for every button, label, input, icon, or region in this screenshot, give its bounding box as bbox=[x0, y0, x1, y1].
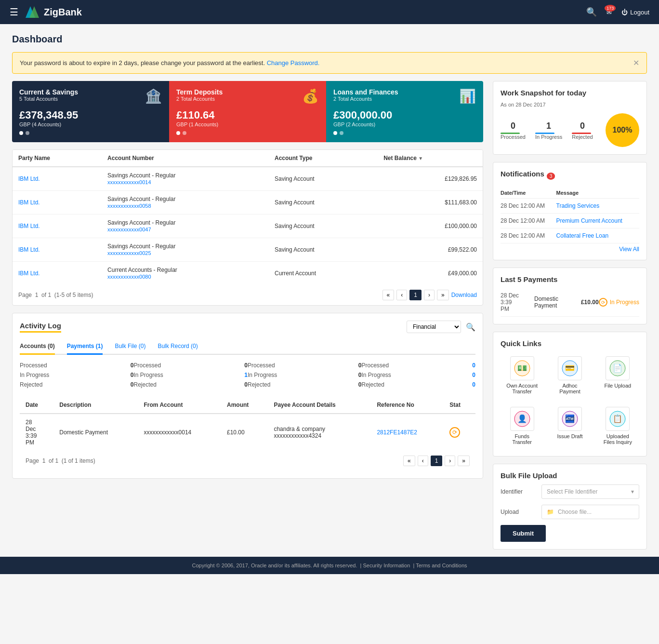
first-page-button[interactable]: « bbox=[382, 290, 395, 300]
stat-payments-rejected-value: 0 bbox=[244, 381, 248, 388]
activity-last-page[interactable]: » bbox=[458, 456, 470, 466]
term-amount: £110.64 bbox=[176, 109, 319, 121]
hamburger-menu-icon[interactable]: ☰ bbox=[10, 6, 18, 18]
accounts-table: Party Name Account Number Account Type N… bbox=[13, 150, 483, 285]
cell-party[interactable]: IBM Ltd. bbox=[13, 238, 102, 262]
tab-accounts[interactable]: Accounts (0) bbox=[20, 339, 55, 355]
cell-party[interactable]: IBM Ltd. bbox=[13, 262, 102, 285]
download-link[interactable]: Download bbox=[451, 292, 477, 298]
list-item: 28 Dec 12:00 AM Trading Services bbox=[501, 199, 639, 214]
stat-bulkfile-processed-value: 0 bbox=[358, 362, 362, 369]
view-all-notifications[interactable]: View All bbox=[501, 246, 639, 253]
savings-subtitle: 5 Total Accounts bbox=[19, 96, 78, 102]
savings-card[interactable]: Current & Savings 5 Total Accounts 🏦 £37… bbox=[12, 81, 169, 142]
notifications-section: Notifications 3 Date/Time Message 28 Dec… bbox=[493, 162, 647, 260]
quick-links-title: Quick Links bbox=[501, 339, 639, 348]
cell-reference[interactable]: 2812FE1487E2 bbox=[371, 414, 444, 451]
quick-link-uploaded-files[interactable]: 📋 Uploaded Files Inquiry bbox=[596, 403, 639, 449]
cell-party[interactable]: IBM Ltd. bbox=[13, 167, 102, 191]
table-row: IBM Ltd. Savings Account - Regularxxxxxx… bbox=[13, 238, 483, 262]
tab-bulk-record[interactable]: Bulk Record (0) bbox=[158, 339, 198, 355]
activity-search-icon[interactable]: 🔍 bbox=[466, 322, 475, 332]
notif-message[interactable]: Premium Current Account bbox=[556, 214, 639, 228]
col-payee-account: Payee Account Details bbox=[268, 397, 371, 414]
cell-balance: £100,000.00 bbox=[378, 215, 483, 238]
col-account-number: Account Number bbox=[102, 150, 269, 167]
rejected-value: 0 bbox=[572, 121, 593, 131]
alert-close-icon[interactable]: ✕ bbox=[633, 58, 639, 67]
quick-link-own-account-transfer[interactable]: 💵 Own Account Transfer bbox=[501, 352, 543, 398]
security-info-link[interactable]: Security Information bbox=[363, 563, 410, 568]
stat-payments-rejected-label: Rejected bbox=[134, 381, 157, 388]
last-page-button[interactable]: » bbox=[437, 290, 449, 300]
svg-text:🏧: 🏧 bbox=[565, 414, 575, 423]
stat-accounts-processed-label: Processed bbox=[20, 362, 47, 369]
cell-acc-num: Savings Account - Regularxxxxxxxxxxxx004… bbox=[102, 215, 269, 238]
quick-link-file-upload[interactable]: 📄 File Upload bbox=[596, 352, 639, 398]
tab-payments[interactable]: Payments (1) bbox=[67, 339, 103, 355]
quick-link-issue-draft[interactable]: 🏧 Issue Draft bbox=[548, 403, 591, 449]
cell-party[interactable]: IBM Ltd. bbox=[13, 191, 102, 215]
funds-transfer-label: Funds Transfer bbox=[504, 433, 540, 445]
change-password-link[interactable]: Change Password. bbox=[267, 59, 320, 67]
next-page-button[interactable]: › bbox=[424, 290, 435, 300]
cell-acc-type: Current Account bbox=[269, 262, 378, 285]
svg-text:📄: 📄 bbox=[613, 363, 622, 373]
cell-balance: £129,826.95 bbox=[378, 167, 483, 191]
submit-button[interactable]: Submit bbox=[501, 525, 546, 542]
notif-message[interactable]: Collateral Free Loan bbox=[556, 228, 639, 243]
cell-balance: £99,522.00 bbox=[378, 238, 483, 262]
stat-bulkfile-processed-label: Processed bbox=[248, 362, 275, 369]
svg-text:📋: 📋 bbox=[613, 414, 622, 423]
prev-page-button[interactable]: ‹ bbox=[396, 290, 407, 300]
choose-file-placeholder: Choose file... bbox=[558, 509, 592, 515]
activity-tabs: Accounts (0) Payments (1) Bulk File (0) … bbox=[20, 339, 475, 355]
financial-filter-select[interactable]: Financial Non-Financial bbox=[407, 321, 461, 333]
terms-link[interactable]: Terms and Conditions bbox=[416, 563, 467, 568]
in-progress-icon: ⟳ bbox=[599, 298, 607, 307]
file-identifier-select[interactable]: Select File Identifier ▾ bbox=[541, 484, 639, 499]
search-icon[interactable]: 🔍 bbox=[586, 7, 597, 17]
rejected-label: Rejected bbox=[572, 134, 593, 140]
file-chooser[interactable]: 📁 Choose file... bbox=[541, 505, 639, 519]
issue-draft-icon: 🏧 bbox=[558, 407, 582, 431]
term-title: Term Deposits bbox=[176, 88, 223, 96]
cell-balance: £49,000.00 bbox=[378, 262, 483, 285]
notifications-count: 3 bbox=[547, 173, 555, 180]
activity-first-page[interactable]: « bbox=[403, 456, 415, 466]
cell-acc-num: Current Accounts - Regularxxxxxxxxxxxx00… bbox=[102, 262, 269, 285]
stat-accounts-rejected-value: 0 bbox=[131, 381, 134, 388]
term-currency: GBP (1 Accounts) bbox=[176, 121, 319, 127]
loans-dot-2 bbox=[340, 131, 343, 135]
notif-message[interactable]: Trading Services bbox=[556, 199, 639, 214]
cell-party[interactable]: IBM Ltd. bbox=[13, 215, 102, 238]
work-snapshot-content: 0 Processed 1 In Progress 0 Rejec bbox=[501, 113, 639, 147]
quick-link-funds-transfer[interactable]: 👤 Funds Transfer bbox=[501, 403, 543, 449]
notifications-icon[interactable]: ✉ 173 bbox=[606, 9, 612, 16]
current-page-button[interactable]: 1 bbox=[409, 290, 422, 300]
quick-link-adhoc-payment[interactable]: 💳 Adhoc Payment bbox=[548, 352, 591, 398]
activity-prev-page[interactable]: ‹ bbox=[418, 456, 428, 466]
dot-1 bbox=[19, 131, 23, 135]
payment-row: 28 Dec3:39PM DomesticPayment £10.00 ⟳ In… bbox=[501, 288, 639, 317]
stat-payments-inprogress-label: In Progress bbox=[134, 372, 163, 378]
stat-col-bulk-file: Processed0 In Progress0 Rejected0 bbox=[248, 361, 362, 389]
activity-next-page[interactable]: › bbox=[445, 456, 455, 466]
notif-date: 28 Dec 12:00 AM bbox=[501, 214, 556, 228]
uploaded-files-label: Uploaded Files Inquiry bbox=[600, 433, 635, 445]
power-icon: ⏻ bbox=[621, 9, 628, 16]
header-actions: 🔍 ✉ 173 ⏻ Logout bbox=[586, 7, 649, 17]
logout-button[interactable]: ⏻ Logout bbox=[621, 9, 649, 16]
loans-card[interactable]: Loans and Finances 2 Total Accounts 📊 £3… bbox=[326, 81, 483, 142]
col-description: Description bbox=[53, 397, 138, 414]
cell-acc-type: Saving Account bbox=[269, 191, 378, 215]
notifications-title: Notifications bbox=[501, 170, 544, 178]
snapshot-percentage: 100% bbox=[606, 113, 639, 147]
last-payments-section: Last 5 Payments 28 Dec3:39PM DomesticPay… bbox=[493, 268, 647, 324]
activity-current-page[interactable]: 1 bbox=[431, 456, 443, 466]
stat-accounts-inprogress-label: In Progress bbox=[20, 372, 49, 378]
quick-links-section: Quick Links 💵 Own Account Transfer 💳 Adh… bbox=[493, 332, 647, 456]
tab-bulk-file[interactable]: Bulk File (0) bbox=[115, 339, 145, 355]
col-net-balance[interactable]: Net Balance ▼ bbox=[378, 150, 483, 167]
term-deposits-card[interactable]: Term Deposits 2 Total Accounts 💰 £110.64… bbox=[169, 81, 326, 142]
